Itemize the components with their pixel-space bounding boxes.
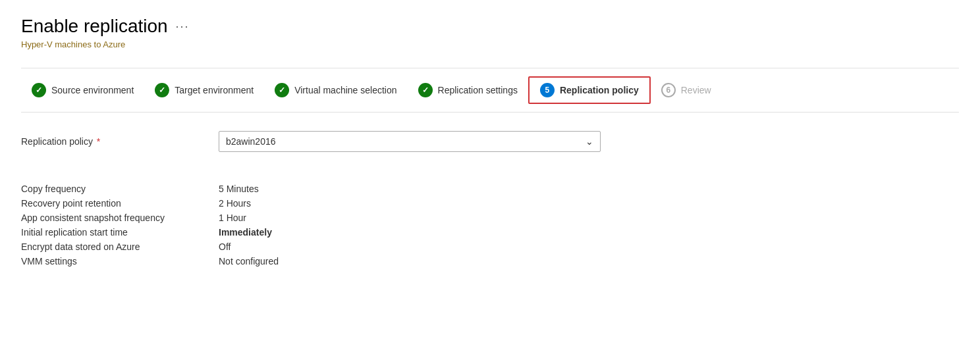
ellipsis-menu[interactable]: ··· <box>176 20 190 34</box>
info-value: 1 Hour <box>219 213 246 223</box>
info-label: App consistent snapshot frequency <box>21 213 219 223</box>
chevron-down-icon: ⌄ <box>585 136 593 147</box>
step-check-icon-3 <box>275 83 289 97</box>
info-value: Immediately <box>219 227 272 238</box>
info-row: Recovery point retention2 Hours <box>21 198 959 209</box>
info-value: 5 Minutes <box>219 184 259 194</box>
info-value: 2 Hours <box>219 198 251 209</box>
policy-label: Replication policy * <box>21 136 219 147</box>
policy-selected-value: b2awin2016 <box>226 136 276 147</box>
info-label: Copy frequency <box>21 184 219 194</box>
policy-form-row: Replication policy * b2awin2016 ⌄ <box>21 131 959 152</box>
info-row: Encrypt data stored on AzureOff <box>21 241 959 252</box>
step-target-environment[interactable]: Target environment <box>144 78 264 103</box>
form-section: Replication policy * b2awin2016 ⌄ <box>21 131 959 173</box>
wizard-steps: Source environment Target environment Vi… <box>21 68 959 113</box>
step-replication-settings[interactable]: Replication settings <box>408 78 528 103</box>
info-value: Not configured <box>219 256 279 266</box>
info-section: Copy frequency5 MinutesRecovery point re… <box>21 184 959 266</box>
required-indicator: * <box>94 136 100 147</box>
step-label-target: Target environment <box>175 85 254 95</box>
step-label-rep-settings: Replication settings <box>438 85 518 95</box>
page-subtitle: Hyper-V machines to Azure <box>21 39 959 49</box>
step-check-icon-2 <box>155 83 169 97</box>
step-replication-policy[interactable]: 5 Replication policy <box>528 76 651 104</box>
info-row: VMM settingsNot configured <box>21 256 959 266</box>
step-label-source: Source environment <box>51 85 134 95</box>
info-row: Copy frequency5 Minutes <box>21 184 959 194</box>
info-label: Recovery point retention <box>21 198 219 209</box>
step-source-environment[interactable]: Source environment <box>21 78 144 103</box>
step-label-vm: Virtual machine selection <box>294 85 396 95</box>
info-row: Initial replication start timeImmediatel… <box>21 227 959 238</box>
page-title: Enable replication ··· <box>21 16 959 37</box>
policy-dropdown[interactable]: b2awin2016 ⌄ <box>219 131 601 152</box>
step-review[interactable]: 6 Review <box>651 78 722 103</box>
step-check-icon-1 <box>32 83 46 97</box>
step-number-icon-6: 6 <box>661 83 676 97</box>
step-vm-selection[interactable]: Virtual machine selection <box>264 78 407 103</box>
step-label-review: Review <box>681 85 711 95</box>
info-value: Off <box>219 241 231 252</box>
title-text: Enable replication <box>21 16 168 37</box>
info-label: Initial replication start time <box>21 227 219 238</box>
step-label-rep-policy: Replication policy <box>560 85 639 95</box>
step-check-icon-4 <box>418 83 433 97</box>
info-label: VMM settings <box>21 256 219 266</box>
info-row: App consistent snapshot frequency1 Hour <box>21 213 959 223</box>
info-label: Encrypt data stored on Azure <box>21 241 219 252</box>
step-number-icon-5: 5 <box>540 83 555 97</box>
